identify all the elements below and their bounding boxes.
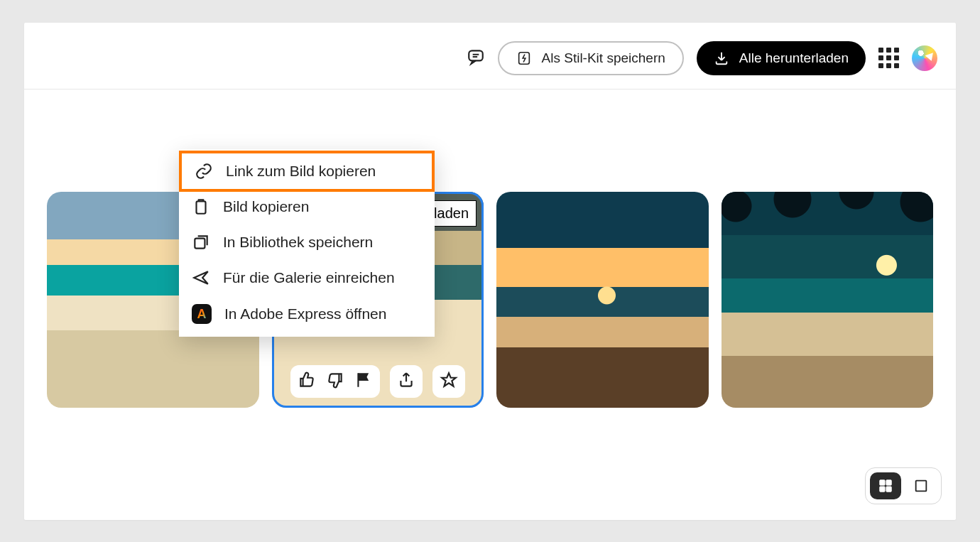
svg-rect-8 <box>916 481 927 492</box>
ctx-item-label: Für die Galerie einreichen <box>223 269 395 286</box>
feedback-icon[interactable] <box>467 48 485 69</box>
share-group <box>390 365 423 398</box>
svg-rect-4 <box>880 480 885 485</box>
rate-group <box>290 365 380 398</box>
flash-icon <box>516 50 532 66</box>
svg-rect-0 <box>469 50 483 60</box>
avatar[interactable] <box>912 45 937 71</box>
library-icon <box>192 233 210 251</box>
download-all-label: Alle herunterladen <box>739 50 849 66</box>
top-bar: Als Stil-Kit speichern Alle herunterlade… <box>24 27 956 90</box>
svg-rect-5 <box>886 480 891 485</box>
grid-icon <box>878 478 893 494</box>
ctx-copy-image[interactable]: Bild kopieren <box>179 189 435 224</box>
svg-rect-3 <box>195 239 205 249</box>
ctx-item-label: Link zum Bild kopieren <box>226 163 376 180</box>
save-stylekit-label: Als Stil-Kit speichern <box>542 50 665 66</box>
thumbs-up-icon[interactable] <box>298 371 316 392</box>
adobe-express-icon: A <box>192 304 212 324</box>
ctx-submit-gallery[interactable]: Für die Galerie einreichen <box>179 260 435 296</box>
ctx-copy-link[interactable]: Link zum Bild kopieren <box>179 151 435 192</box>
context-menu: Link zum Bild kopieren Bild kopieren In … <box>179 149 435 337</box>
result-tile[interactable] <box>496 192 709 408</box>
link-icon <box>195 162 213 180</box>
view-toggle <box>865 467 942 504</box>
thumbs-down-icon[interactable] <box>326 371 344 392</box>
app-frame: Als Stil-Kit speichern Alle herunterlade… <box>24 23 956 520</box>
tile-action-row <box>272 365 484 398</box>
share-icon[interactable] <box>397 371 415 392</box>
clipboard-icon <box>192 197 210 216</box>
download-icon <box>714 50 729 66</box>
fav-group <box>432 365 465 398</box>
flag-icon[interactable] <box>354 371 373 392</box>
ctx-item-label: In Adobe Express öffnen <box>224 305 386 323</box>
view-single-button[interactable] <box>905 472 937 499</box>
download-all-button[interactable]: Alle herunterladen <box>697 41 866 75</box>
star-icon[interactable] <box>440 371 458 392</box>
svg-rect-7 <box>886 487 891 492</box>
ctx-item-label: In Bibliothek speichern <box>223 234 373 251</box>
svg-rect-6 <box>880 487 885 492</box>
send-icon <box>192 269 210 287</box>
view-grid-button[interactable] <box>870 472 901 499</box>
result-tile[interactable] <box>722 192 934 408</box>
ctx-item-label: Bild kopieren <box>223 198 309 215</box>
svg-rect-2 <box>197 201 206 213</box>
apps-grid-icon[interactable] <box>878 48 899 68</box>
ctx-open-express[interactable]: A In Adobe Express öffnen <box>179 296 435 332</box>
ctx-save-library[interactable]: In Bibliothek speichern <box>179 224 435 260</box>
square-icon <box>913 478 929 494</box>
save-stylekit-button[interactable]: Als Stil-Kit speichern <box>498 41 684 75</box>
